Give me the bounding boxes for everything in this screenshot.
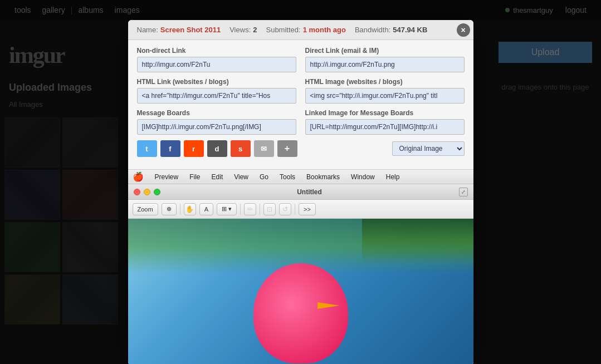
name-label: Name: [137,26,158,34]
modal-close-button[interactable]: × [457,23,470,37]
linked-image-group: Linked Image for Message Boards [305,109,465,135]
bandwidth-label: Bandwidth: [355,26,390,34]
submitted-label: Submitted: [266,26,300,34]
mac-window-title: Untitled [164,188,456,196]
name-value: Screen Shot 2011 [160,26,221,34]
toolbar-more[interactable]: >> [299,203,316,215]
message-boards-group: Message Boards [137,109,296,135]
html-link-group: HTML Link (websites / blogs) [137,78,296,104]
direct-link-group: Direct Link (email & IM) [305,47,465,72]
stumble-icon: s [238,145,242,153]
direct-label: Direct Link (email & IM) [305,47,465,55]
modal-bandwidth: Bandwidth: 547.94 KB [355,26,427,34]
mac-maximize-button[interactable] [154,189,160,195]
mac-expand-button[interactable]: ⤢ [459,188,468,196]
menu-view[interactable]: View [229,173,253,181]
bandwidth-value: 547.94 KB [393,26,427,34]
social-bar: t f r d s ✉ + [137,140,465,157]
menu-file[interactable]: File [185,173,204,181]
modal-submitted: Submitted: 1 month ago [266,26,345,34]
direct-input[interactable] [305,57,465,72]
pan-tool[interactable]: ✋ [184,203,196,215]
email-icon: ✉ [261,145,267,153]
menu-preview[interactable]: Preview [150,173,183,181]
views-label: Views: [229,26,251,34]
html-link-label: HTML Link (websites / blogs) [137,78,296,86]
stumbleupon-button[interactable]: s [231,140,251,157]
modal-header: Name: Screen Shot 2011 Views: 2 Submitte… [128,20,473,40]
modal-image-container: 🍎 Preview File Edit View Go Tools Bookma… [128,169,473,364]
more-icon: + [285,144,290,154]
menu-window[interactable]: Window [346,173,379,181]
menu-tools[interactable]: Tools [275,173,300,181]
message-boards-input[interactable] [137,119,296,135]
menu-edit[interactable]: Edit [207,173,228,181]
html-link-input[interactable] [137,88,296,104]
toolbar-sep3 [260,204,260,215]
twitter-icon: t [145,145,148,153]
link-section-row1: Non-direct Link Direct Link (email & IM) [137,47,465,72]
non-direct-label: Non-direct Link [137,47,296,55]
html-image-label: HTML Image (websites / blogs) [305,78,465,86]
link-section-row3: Message Boards Linked Image for Message … [137,109,465,135]
views-value: 2 [253,26,257,34]
modal-views: Views: 2 [229,26,257,34]
mac-close-button[interactable] [134,189,140,195]
facebook-button[interactable]: f [160,140,180,157]
overlay: × Name: Screen Shot 2011 Views: 2 Submit… [0,0,601,364]
html-image-group: HTML Image (websites / blogs) [305,78,465,104]
linked-image-label: Linked Image for Message Boards [305,109,465,117]
zoom-in-button[interactable]: ⊕ [162,203,177,215]
digg-button[interactable]: d [207,140,227,157]
linked-image-input[interactable] [305,119,465,135]
size-tool[interactable]: ⊞ ▾ [217,203,237,215]
mac-menubar: 🍎 Preview File Edit View Go Tools Bookma… [128,170,473,184]
submitted-value: 1 month ago [303,26,346,34]
text-tool[interactable]: A [199,203,213,215]
bird-body [253,263,348,363]
menu-bookmarks[interactable]: Bookmarks [302,173,344,181]
twitter-button[interactable]: t [137,140,157,157]
menu-go[interactable]: Go [255,173,273,181]
zoom-out-button[interactable]: Zoom [133,203,158,215]
mac-window: 🍎 Preview File Edit View Go Tools Bookma… [128,170,473,219]
modal: × Name: Screen Shot 2011 Views: 2 Submit… [128,20,473,364]
modal-body: Non-direct Link Direct Link (email & IM)… [128,40,473,169]
mac-toolbar: Zoom ⊕ ✋ A ⊞ ▾ ✏ ⊡ ↺ >> [128,200,473,219]
toolbar-sep2 [240,204,241,215]
menu-help[interactable]: Help [382,173,404,181]
mac-minimize-button[interactable] [144,189,150,195]
non-direct-link-group: Non-direct Link [137,47,296,72]
pencil-tool[interactable]: ✏ [244,203,256,215]
mac-titlebar: Untitled ⤢ [128,184,473,200]
rotate-tool[interactable]: ↺ [279,203,291,215]
facebook-icon: f [169,145,171,153]
bg-trees-right [362,219,473,263]
apple-icon: 🍎 [133,171,144,182]
link-section-row2: HTML Link (websites / blogs) HTML Image … [137,78,465,104]
html-image-input[interactable] [305,88,465,104]
more-button[interactable]: + [277,140,297,157]
modal-name: Name: Screen Shot 2011 [137,26,221,34]
email-button[interactable]: ✉ [254,140,274,157]
toolbar-sep4 [295,204,295,215]
reddit-icon: r [192,145,195,153]
image-preview [128,219,473,364]
non-direct-input[interactable] [137,57,296,72]
digg-icon: d [215,145,219,153]
message-boards-label: Message Boards [137,109,296,117]
toolbar-sep1 [180,204,180,215]
size-select[interactable]: Original Image Small Square Large Thumbn… [392,141,465,156]
reddit-button[interactable]: r [184,140,204,157]
crop-tool[interactable]: ⊡ [263,203,276,215]
